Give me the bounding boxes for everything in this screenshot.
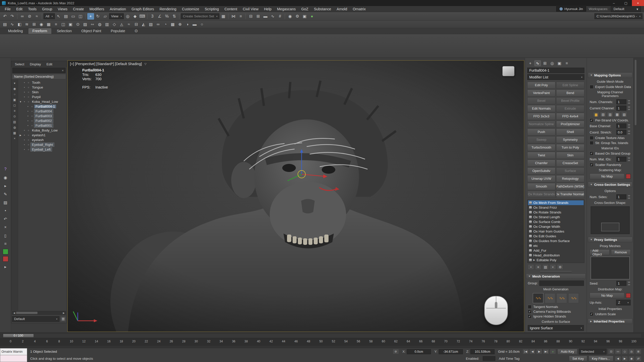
ribbon-tab-populate[interactable]: Populate xyxy=(107,28,129,34)
perspective-viewport[interactable]: [+] [Perspective] [Standard*] [Default S… xyxy=(67,60,524,332)
modifier-visibility-icon[interactable] xyxy=(529,216,532,218)
ornatrix-help-icon[interactable]: ? xyxy=(2,166,9,172)
frame-tick-4[interactable]: 4 xyxy=(33,340,36,346)
named-selection-set-input[interactable]: Create Selection Set▾ xyxy=(181,13,219,19)
list-icon[interactable]: ≡ xyxy=(2,241,9,247)
panel-scrollbar[interactable] xyxy=(635,60,636,125)
explorer-row-purpil[interactable]: •○Purpil xyxy=(18,95,67,99)
meshgen-checkbox-row-3[interactable]: Ignore Hidden Strands xyxy=(528,314,584,318)
viewcube[interactable] xyxy=(502,66,514,76)
menu-graph-editors[interactable]: Graph Editors xyxy=(129,6,157,12)
menu-animation[interactable]: Animation xyxy=(107,6,129,12)
visibility-dot-icon[interactable]: • xyxy=(23,139,26,141)
explorer-h-scrollbar[interactable]: ◀ ▶ xyxy=(12,311,66,315)
toolbar2-icon-16[interactable]: ◇ xyxy=(111,21,118,28)
stack-item-ox-edit-guides[interactable]: Ox Edit Guides xyxy=(528,234,584,239)
conform-surface-dropdown[interactable]: Ignore Surface ▾ xyxy=(528,325,584,331)
explorer-tool-8[interactable]: ▤ xyxy=(12,119,17,124)
frame-tick-54[interactable]: 54 xyxy=(344,340,348,346)
object-name[interactable]: Tooth xyxy=(31,81,42,84)
frame-tick-32[interactable]: 32 xyxy=(207,340,210,346)
ribbon-toggle-icon[interactable]: ▬ xyxy=(262,13,269,20)
material-editor-icon[interactable]: ◉ xyxy=(287,13,293,20)
ribbon-tab-selection[interactable]: Selection xyxy=(53,28,76,34)
explorer-row-furball004[interactable]: •○FurBall004 xyxy=(18,109,67,114)
layer-list-icon[interactable]: ≣ xyxy=(60,316,66,322)
explorer-tool-4[interactable]: ▣ xyxy=(12,97,17,102)
object-name[interactable]: FurBall003 xyxy=(34,114,53,118)
object-name[interactable]: FurBall001 xyxy=(34,124,53,127)
frame-tick-52[interactable]: 52 xyxy=(332,340,335,346)
frame-tick-12[interactable]: 12 xyxy=(82,340,86,346)
menu-group[interactable]: Group xyxy=(39,6,55,12)
x-coordinate[interactable]: X: 0.0cm xyxy=(403,349,431,354)
stack-item-ox-hair-from-guides[interactable]: Ox Hair from Guides xyxy=(528,229,584,234)
frame-tick-70[interactable]: 70 xyxy=(444,340,448,346)
distribution-map-button[interactable]: No Map xyxy=(590,293,624,298)
toolbar2-icon-26[interactable]: ◑ xyxy=(184,21,191,28)
explorer-name-header[interactable]: Name (Sorted Descending) xyxy=(12,74,66,79)
modifier-button-ox-transfer-normals[interactable]: Ox Transfer Normals xyxy=(556,191,584,198)
toolbar2-icon-8[interactable]: ≡ xyxy=(53,21,59,28)
key-filters-button[interactable]: Key Filters... xyxy=(589,356,613,361)
num-mat-ids-spinner[interactable]: Num. Mat. IDs: 1 ▲▼ xyxy=(590,157,631,162)
toolbar2-icon-1[interactable]: ▤ xyxy=(2,21,8,28)
explorer-search-input[interactable]: × xyxy=(12,68,66,73)
prev-frame-icon[interactable]: ◀ xyxy=(529,349,536,354)
y-value[interactable]: -34.671cm xyxy=(439,349,463,354)
field-of-view-icon[interactable]: ◇ xyxy=(622,349,628,354)
visibility-dot-icon[interactable]: • xyxy=(23,91,26,94)
toolbar2-icon-28[interactable]: ○ xyxy=(198,21,205,28)
reference-coordinate-dropdown[interactable]: View▾ xyxy=(109,13,124,19)
modifier-button-bend[interactable]: Bend xyxy=(556,89,584,97)
stack-item-ox-surface-comb[interactable]: Ox Surface Comb xyxy=(528,219,584,224)
expand-icon[interactable]: ▶ xyxy=(19,134,22,137)
frame-tick-44[interactable]: 44 xyxy=(282,340,285,346)
select-scale-icon[interactable]: ▱ xyxy=(102,13,109,20)
color-swatch-red[interactable] xyxy=(3,256,8,262)
modifier-visibility-icon[interactable] xyxy=(529,230,532,233)
visibility-dot-icon[interactable]: • xyxy=(26,115,30,117)
select-rotate-icon[interactable]: ↻ xyxy=(95,13,101,20)
spinner-arrows[interactable]: ▲▼ xyxy=(627,124,631,128)
schematic-view-icon[interactable]: # xyxy=(276,13,283,20)
menu-modifiers[interactable]: Modifiers xyxy=(87,6,107,12)
zoom-region-icon[interactable]: ▭ xyxy=(615,349,621,354)
menu-civil-view[interactable]: Civil View xyxy=(240,6,261,12)
seed-spinner[interactable]: Seed: 1 ▲▼ xyxy=(590,281,631,286)
rect-region-icon[interactable]: ▭ xyxy=(70,13,77,20)
add-object-button[interactable]: Add Object xyxy=(590,249,610,255)
toolbar2-icon-6[interactable]: ◉ xyxy=(38,21,45,28)
menu-create[interactable]: Create xyxy=(70,6,87,12)
explorer-tool-5[interactable]: ◻ xyxy=(12,103,17,108)
explorer-tab-display[interactable]: Display xyxy=(27,62,44,67)
visibility-dot-icon[interactable]: • xyxy=(23,100,26,103)
explorer-row-furball002[interactable]: •○FurBall002 xyxy=(18,118,67,123)
frame-tick-26[interactable]: 26 xyxy=(170,340,173,346)
pencil-icon[interactable]: ✎ xyxy=(2,191,9,197)
menu-tools[interactable]: Tools xyxy=(25,6,39,12)
visibility-dot-icon[interactable]: • xyxy=(26,105,30,108)
modifier-button-creaseset[interactable]: CreaseSet xyxy=(556,160,584,167)
explorer-tool-9[interactable]: ◍ xyxy=(12,125,17,130)
maximize-button[interactable]: ▢ xyxy=(620,0,632,6)
cross-section-shape-preview[interactable] xyxy=(591,206,630,234)
num-channels-spinner[interactable]: Num. Channels: 1 ▲▼ xyxy=(590,99,631,104)
per-strand-uv-checkbox-row[interactable]: Per-Strand UV Coords. xyxy=(590,118,631,122)
spinner-value[interactable]: 1 xyxy=(616,106,626,111)
modifier-button-opensubdiv[interactable]: OpenSubdiv xyxy=(527,167,555,174)
prev-key-icon[interactable]: ◀ xyxy=(615,356,621,361)
frame-tick-66[interactable]: 66 xyxy=(419,340,422,346)
toolbar2-icon-3[interactable]: ◧ xyxy=(16,21,23,28)
explorer-tool-6[interactable]: ≡ xyxy=(12,108,17,113)
z-value[interactable]: 101.539cm xyxy=(470,349,495,354)
frame-tick-2[interactable]: 2 xyxy=(21,340,24,346)
display-tab-icon[interactable]: ▣ xyxy=(556,60,563,66)
frame-tick-60[interactable]: 60 xyxy=(382,340,385,346)
undo-icon[interactable]: ↶ xyxy=(2,13,8,20)
frame-tick-50[interactable]: 50 xyxy=(319,340,323,346)
select-object-icon[interactable]: ↖ xyxy=(55,13,62,20)
modifier-button-edit-poly[interactable]: Edit Poly xyxy=(527,82,555,89)
select-manipulate-icon[interactable]: ◆ xyxy=(132,13,138,20)
layer-explorer-icon[interactable]: ⊞ xyxy=(255,13,261,20)
